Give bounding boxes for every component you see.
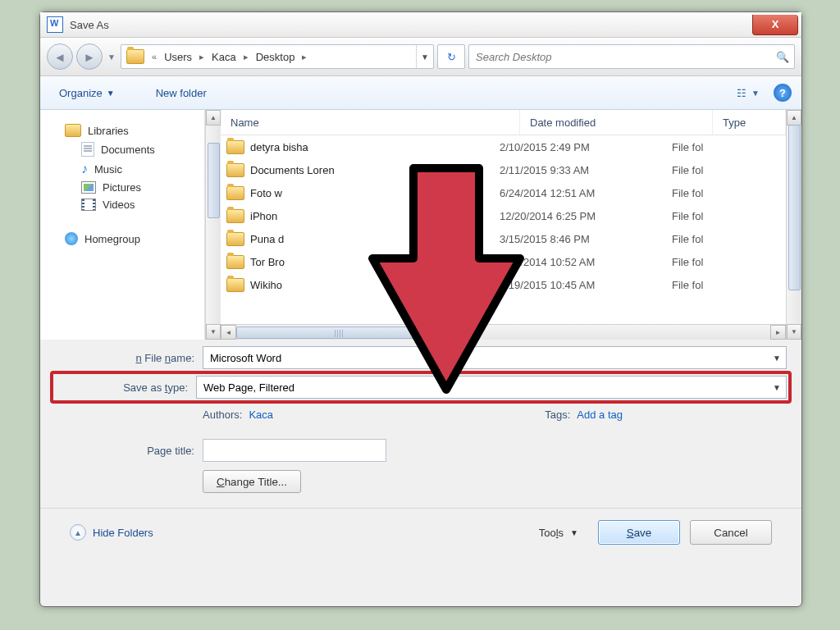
new-folder-button[interactable]: New folder (147, 81, 216, 105)
folder-icon (226, 186, 244, 200)
authors-value[interactable]: Kaca (249, 409, 273, 421)
new-folder-label: New folder (156, 87, 207, 99)
save-as-type-value: Web Page, Filtered (203, 381, 294, 394)
chevron-down-icon: ▼ (421, 52, 429, 62)
documents-icon (81, 142, 94, 157)
scroll-down-button[interactable]: ▼ (206, 324, 221, 340)
column-header-date[interactable]: Date modified (520, 110, 713, 135)
folder-icon (226, 278, 244, 292)
file-name: Wikiho (250, 279, 500, 291)
nav-libraries[interactable]: Libraries (65, 121, 204, 139)
forward-button[interactable]: ► (76, 43, 103, 70)
explorer-body: Libraries Documents ♪Music Pictures Vide… (40, 110, 801, 340)
list-item[interactable]: Wikiho3/19/2015 10:45 AMFile fol (221, 273, 786, 296)
arrow-right-icon: ► (84, 50, 96, 64)
search-icon[interactable]: 🔍 (776, 51, 789, 63)
chevron-down-icon[interactable]: ▼ (773, 354, 781, 363)
save-as-dialog: Save As X ◄ ► ▼ « Users ▸ Kaca ▸ Desktop… (39, 11, 802, 607)
breadcrumb-seg-kaca[interactable]: Kaca (207, 45, 241, 68)
nav-homegroup[interactable]: Homegroup (65, 230, 204, 248)
change-title-button[interactable]: Change Title...Change Title... (203, 470, 301, 493)
filelist-v-scrollbar[interactable]: ▲ ▼ (786, 110, 801, 340)
file-name-value: Microsoft Word (210, 352, 281, 364)
toolbar: Organize ▼ New folder ☷ ▼ ? (40, 76, 801, 110)
list-item[interactable]: Puna d3/15/2015 8:46 PMFile fol (221, 227, 786, 250)
breadcrumb-seg-users[interactable]: Users (159, 45, 197, 68)
scroll-thumb[interactable] (236, 326, 443, 339)
tags-value[interactable]: Add a tag (577, 409, 623, 421)
file-date: 2/10/2015 2:49 PM (500, 141, 672, 153)
close-icon: X (772, 18, 779, 30)
file-name-label: n File name:File name: (55, 352, 203, 364)
nav-label: Documents (101, 144, 155, 156)
help-icon: ? (779, 87, 786, 99)
nav-music[interactable]: ♪Music (81, 159, 204, 179)
nav-bar: ◄ ► ▼ « Users ▸ Kaca ▸ Desktop ▸ ▼ ↻ 🔍 (40, 38, 801, 76)
save-form: n File name:File name: Microsoft Word ▼ … (40, 340, 801, 559)
titlebar: Save As X (40, 12, 801, 38)
nav-documents[interactable]: Documents (81, 139, 204, 159)
breadcrumb[interactable]: « Users ▸ Kaca ▸ Desktop ▸ ▼ (121, 44, 434, 69)
breadcrumb-seg-desktop[interactable]: Desktop (251, 45, 300, 68)
arrow-left-icon: ◄ (54, 50, 66, 64)
list-item[interactable]: iPhon12/20/2014 6:25 PMFile fol (221, 204, 786, 227)
chevron-down-icon: ▼ (107, 89, 115, 98)
save-button[interactable]: SaveSave (598, 520, 680, 545)
chevron-down-icon[interactable]: ▼ (773, 383, 781, 392)
view-options-button[interactable]: ☷ ▼ (731, 83, 765, 103)
hide-folders-button[interactable]: ▲ Hide Folders (70, 524, 153, 541)
music-icon: ♪ (81, 162, 88, 176)
file-list-header: Name Date modified Type (221, 110, 786, 135)
scroll-up-button[interactable]: ▲ (206, 110, 221, 126)
breadcrumb-dropdown[interactable]: ▼ (416, 45, 433, 68)
refresh-button[interactable]: ↻ (437, 44, 465, 69)
scroll-up-button[interactable]: ▲ (787, 110, 801, 126)
file-name-combo[interactable]: Microsoft Word ▼ (203, 346, 787, 369)
organize-label: Organize (59, 87, 103, 99)
pictures-icon (81, 181, 96, 194)
filelist-h-scrollbar[interactable]: ◄ ► (221, 324, 786, 340)
libraries-icon (65, 124, 81, 137)
scroll-left-button[interactable]: ◄ (221, 325, 236, 340)
scroll-thumb[interactable] (788, 125, 801, 290)
list-item[interactable]: Tor Bro6/16/2014 10:52 AMFile fol (221, 250, 786, 273)
chevron-down-icon: ▼ (570, 528, 578, 537)
nav-label: Homegroup (84, 233, 140, 245)
tags-label: Tags: (545, 409, 570, 421)
search-box[interactable]: 🔍 (468, 44, 795, 69)
scroll-right-button[interactable]: ► (770, 325, 786, 340)
folder-icon (126, 49, 144, 64)
navpane-scrollbar[interactable]: ▲ ▼ (205, 110, 221, 340)
nav-videos[interactable]: Videos (81, 196, 204, 213)
folder-icon (226, 209, 244, 223)
file-type: File fol (672, 164, 786, 176)
list-item[interactable]: detyra bisha2/10/2015 2:49 PMFile fol (221, 135, 786, 158)
help-button[interactable]: ? (774, 84, 792, 102)
organize-button[interactable]: Organize ▼ (50, 81, 124, 105)
chevron-down-icon: ▼ (107, 52, 116, 62)
folder-icon (226, 232, 244, 246)
folder-icon (226, 140, 244, 154)
back-button[interactable]: ◄ (47, 43, 73, 70)
chevron-up-icon: ▲ (70, 524, 86, 541)
scroll-thumb[interactable] (208, 143, 220, 218)
nav-history-dropdown[interactable]: ▼ (106, 44, 117, 69)
save-as-type-combo[interactable]: Web Page, Filtered ▼ (196, 376, 787, 399)
list-item[interactable]: Foto w6/24/2014 12:51 AMFile fol (221, 181, 786, 204)
column-header-type[interactable]: Type (713, 110, 786, 135)
search-input[interactable] (469, 51, 776, 63)
file-name: Tor Bro (250, 256, 500, 268)
scroll-down-button[interactable]: ▼ (787, 324, 801, 340)
cancel-button[interactable]: Cancel (690, 520, 772, 545)
file-date: 6/16/2014 10:52 AM (500, 256, 672, 268)
page-title-input[interactable] (203, 439, 386, 462)
hide-folders-label: Hide Folders (93, 527, 153, 539)
file-name: Foto w (250, 187, 500, 199)
list-item[interactable]: Documents Loren2/11/2015 9:33 AMFile fol (221, 158, 786, 181)
tools-button[interactable]: ToolsTools ▼ (534, 523, 583, 542)
chevron-right-icon: ▸ (197, 52, 207, 62)
close-button[interactable]: X (752, 15, 798, 35)
page-title-label: Page title: (55, 445, 203, 457)
nav-pictures[interactable]: Pictures (81, 179, 204, 196)
column-header-name[interactable]: Name (221, 110, 520, 135)
